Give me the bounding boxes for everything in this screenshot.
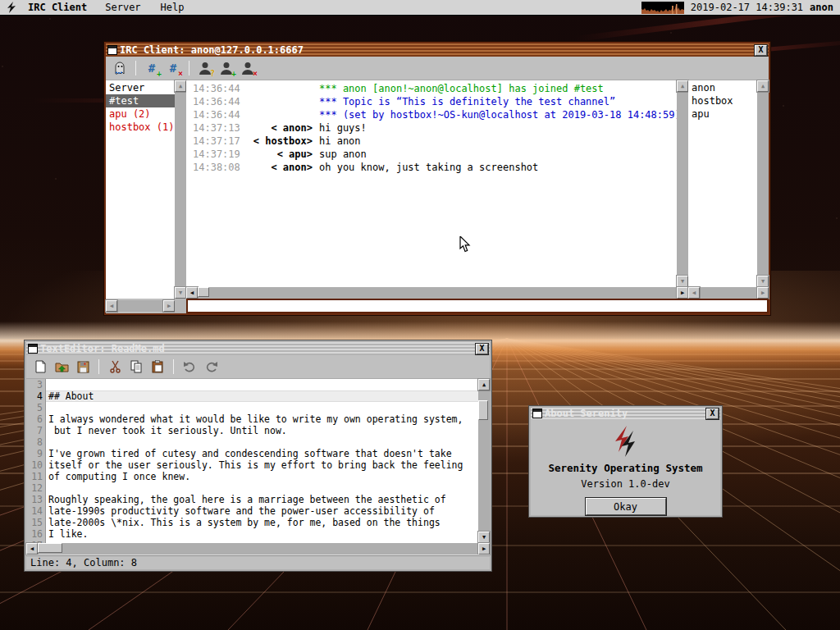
ghost-client-icon[interactable] — [112, 61, 127, 75]
scroll-track[interactable] — [700, 287, 757, 299]
editor-line[interactable]: 8 — [26, 436, 478, 448]
about-titlebar[interactable]: About Serenity X — [531, 408, 720, 419]
editor-hscrollbar[interactable]: ◀ ▶ — [26, 543, 490, 555]
cpu-graph-icon[interactable] — [641, 2, 684, 14]
nick-hscrollbar[interactable]: ◀ ▶ — [688, 287, 769, 299]
line-text: itself or the user seriously. This is my… — [46, 459, 463, 471]
line-number: 6 — [26, 413, 46, 425]
scroll-right-icon[interactable]: ▶ — [478, 543, 490, 555]
menu-app-name[interactable]: IRC Client — [21, 2, 94, 13]
scroll-down-icon[interactable]: ▼ — [175, 287, 186, 299]
close-icon[interactable]: X — [755, 45, 767, 56]
editor-vscrollbar[interactable]: ▲ ▼ — [478, 379, 490, 543]
part-channel-icon[interactable]: # × — [166, 61, 180, 75]
scroll-track[interactable] — [478, 390, 490, 532]
scroll-track[interactable] — [677, 92, 688, 276]
editor-line[interactable]: 10 itself or the user seriously. This is… — [26, 459, 478, 471]
new-document-icon[interactable] — [33, 359, 48, 374]
scroll-track[interactable] — [175, 92, 186, 287]
scroll-up-icon[interactable]: ▲ — [757, 80, 769, 92]
line-number: 16 — [26, 528, 46, 540]
line-number: 11 — [26, 471, 46, 482]
editor-line[interactable]: 5 — [26, 402, 478, 413]
texteditor-titlebar[interactable]: TextEditor: ReadMe.md X — [26, 342, 490, 355]
save-floppy-icon[interactable] — [75, 359, 90, 374]
scroll-right-icon[interactable]: ▶ — [757, 287, 769, 299]
line-text — [46, 482, 48, 494]
message-nick — [240, 95, 313, 108]
close-query-icon[interactable]: × — [240, 61, 255, 75]
serenity-menu-icon[interactable] — [5, 1, 18, 14]
window-menu-icon[interactable] — [532, 409, 542, 418]
scroll-up-icon[interactable]: ▲ — [478, 379, 490, 390]
scroll-left-icon[interactable]: ◀ — [26, 543, 38, 555]
scroll-up-icon[interactable]: ▲ — [175, 80, 186, 92]
close-icon[interactable]: X — [706, 409, 719, 419]
editor-line[interactable]: 11 of computing I once knew. — [26, 471, 478, 482]
redo-icon[interactable] — [203, 359, 218, 374]
message-nick: < hostbox> — [240, 135, 313, 148]
paste-clipboard-icon[interactable] — [150, 359, 165, 374]
join-channel-icon[interactable]: # + — [144, 61, 159, 75]
scroll-track[interactable] — [38, 543, 478, 555]
editor-statusbar: Line: 4, Column: 8 — [26, 555, 490, 569]
menubar-username: anon — [810, 2, 835, 13]
channel-list-item[interactable]: hostbox (1) — [106, 121, 175, 134]
whois-icon[interactable]: ? — [198, 61, 212, 75]
chat-scrollbar[interactable]: ▲ ▼ — [677, 80, 688, 287]
editor-line[interactable]: 6 I always wondered what it would be lik… — [26, 413, 478, 425]
message-input[interactable] — [186, 299, 769, 313]
window-menu-icon[interactable] — [107, 45, 117, 55]
undo-icon[interactable] — [182, 359, 197, 374]
editor-line[interactable]: 12 — [26, 482, 478, 494]
message-timestamp: 14:36:44 — [193, 82, 240, 95]
scroll-down-icon[interactable]: ▼ — [478, 532, 490, 543]
nick-list-item[interactable]: hostbox — [688, 94, 757, 107]
chat-log: 14:36:44 *** anon [anon!~anon@localhost]… — [186, 80, 677, 287]
scroll-right-icon[interactable]: ▶ — [677, 287, 688, 299]
editor-line[interactable]: 3 — [26, 379, 478, 390]
serenity-logo-icon — [614, 426, 638, 457]
scroll-left-icon[interactable]: ◀ — [688, 287, 700, 299]
scroll-left-icon[interactable]: ◀ — [106, 300, 117, 312]
channel-hscrollbar[interactable]: ◀ ▶ — [106, 300, 175, 312]
editor-line[interactable]: 4 ## About — [26, 390, 478, 402]
scroll-right-icon[interactable]: ▶ — [163, 300, 175, 312]
window-menu-icon[interactable] — [28, 344, 38, 354]
channel-list-item[interactable]: apu (2) — [106, 107, 175, 121]
scroll-up-icon[interactable]: ▲ — [677, 80, 688, 92]
scroll-track[interactable] — [117, 300, 163, 312]
channel-list-item[interactable]: Server — [106, 81, 175, 94]
okay-button[interactable]: Okay — [586, 498, 666, 515]
irc-titlebar[interactable]: IRC Client: anon@127.0.0.1:6667 X — [106, 43, 769, 57]
menu-help[interactable]: Help — [153, 2, 193, 13]
editor-line[interactable]: 13 Roughly speaking, the goal here is a … — [26, 494, 478, 505]
editor-line[interactable]: 9 I've grown tired of cutesy and condesc… — [26, 448, 478, 459]
channel-list-item[interactable]: #test — [106, 94, 175, 107]
editor-line[interactable]: 16 I like. — [26, 528, 478, 540]
line-number: 5 — [26, 402, 46, 413]
cursor-position-status: Line: 4, Column: 8 — [30, 557, 137, 568]
scroll-down-icon[interactable]: ▼ — [677, 276, 688, 287]
editor-line[interactable]: 7 but I never took it seriously. Until n… — [26, 425, 478, 436]
copy-icon[interactable] — [129, 359, 144, 374]
editor-line[interactable]: 15 late-2000s \*nix. This is a system by… — [26, 517, 478, 528]
nick-list-item[interactable]: anon — [688, 81, 757, 94]
channel-scrollbar[interactable]: ▲ ▼ — [175, 80, 186, 299]
open-folder-icon[interactable] — [54, 359, 69, 374]
editor-line[interactable]: 14 late-1990s productivity software and … — [26, 505, 478, 517]
scroll-track[interactable] — [198, 287, 677, 299]
nick-list-item[interactable]: apu — [688, 107, 757, 121]
menu-server[interactable]: Server — [97, 2, 148, 13]
open-query-icon[interactable]: + — [219, 61, 234, 75]
message-timestamp: 14:36:44 — [193, 95, 240, 108]
close-icon[interactable]: X — [476, 344, 488, 354]
cut-scissors-icon[interactable] — [107, 359, 122, 374]
scroll-down-icon[interactable]: ▼ — [757, 276, 769, 287]
scroll-left-icon[interactable]: ◀ — [186, 287, 198, 299]
nick-scrollbar[interactable]: ▲ ▼ — [757, 80, 769, 287]
chat-hscrollbar[interactable]: ◀ ▶ — [186, 287, 688, 299]
scroll-track[interactable] — [757, 92, 769, 276]
editor-text-area[interactable]: 3 4 ## About 5 6 I always wondered what … — [26, 379, 478, 543]
menubar: IRC Client Server Help 2019-02-17 14:39:… — [0, 0, 840, 16]
